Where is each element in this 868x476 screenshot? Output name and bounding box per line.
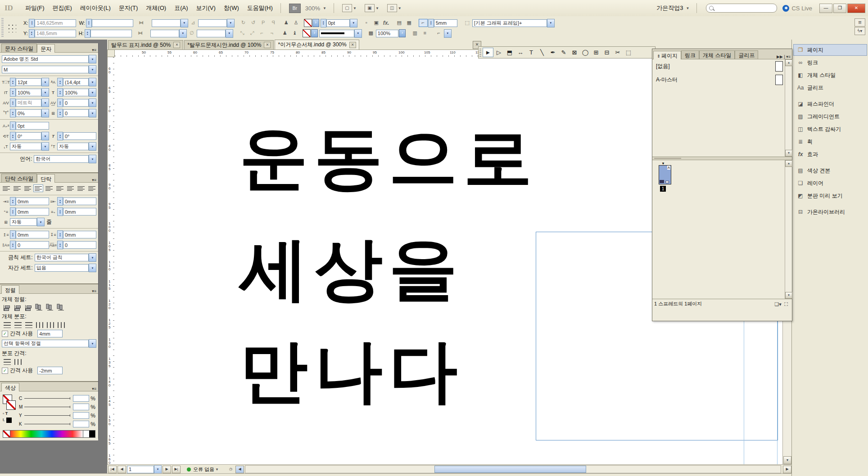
- new-spread-icon[interactable]: ❏▾: [774, 301, 782, 308]
- font-size-field[interactable]: 12pt: [16, 78, 41, 86]
- scale-x-field[interactable]: [152, 19, 181, 27]
- restore-button[interactable]: ❐: [833, 4, 846, 13]
- pages-panel-tab[interactable]: 링크: [681, 50, 699, 59]
- grid-mode-dropdown[interactable]: [37, 218, 45, 226]
- scale-y-field[interactable]: [150, 30, 179, 37]
- h-stepper[interactable]: [85, 29, 90, 38]
- dock-item-개체 스타일[interactable]: ◧개체 스타일: [793, 69, 867, 81]
- pages-panel-tab[interactable]: 개체 스타일: [699, 50, 735, 59]
- horizontal-scale-dropdown[interactable]: [89, 88, 96, 97]
- dropcap-lines-stepper[interactable]: [10, 241, 16, 249]
- reference-point-proxy[interactable]: [6, 22, 16, 32]
- frame-options-icon[interactable]: ≡: [420, 29, 429, 37]
- next-page-button[interactable]: ▶: [163, 466, 171, 473]
- grid-jidori-stepper[interactable]: [57, 109, 63, 117]
- language-dropdown[interactable]: [89, 155, 96, 163]
- corner-radius-stepper[interactable]: [428, 19, 434, 27]
- dropcap-chars-stepper[interactable]: [57, 241, 63, 249]
- tracking-dropdown[interactable]: [89, 99, 96, 107]
- quick-apply-icon[interactable]: ϟ▾: [854, 27, 865, 35]
- rotation-dropdown[interactable]: [227, 19, 235, 27]
- direct-selection-tool[interactable]: ▷: [493, 48, 504, 57]
- page-thumbnail[interactable]: A: [659, 165, 671, 184]
- align-vertical-centers-icon[interactable]: [46, 305, 54, 311]
- black-swatch[interactable]: [89, 431, 95, 437]
- distribute-top-icon[interactable]: [4, 322, 11, 328]
- tracking-field[interactable]: 0: [63, 99, 89, 107]
- character-rotation-field[interactable]: 0°: [16, 132, 41, 140]
- tab-character[interactable]: 문자: [37, 44, 55, 53]
- delete-page-icon[interactable]: ⛶: [782, 301, 790, 308]
- pages-panel-tab[interactable]: 글리프: [735, 50, 758, 59]
- stroke-weight-stepper[interactable]: [321, 19, 326, 27]
- free-transform-tool[interactable]: ⬚: [623, 48, 634, 57]
- masters-scrollbar[interactable]: ▲ ▼: [785, 59, 792, 157]
- pencil-tool[interactable]: ✎: [558, 48, 569, 57]
- rotation-angle-field[interactable]: [198, 19, 227, 27]
- last-line-indent-field[interactable]: 0mm: [63, 208, 96, 216]
- page-number-field[interactable]: 1: [127, 466, 154, 473]
- align-toward-spine-icon[interactable]: [76, 184, 86, 192]
- tatechuyoko-select[interactable]: 자동: [57, 143, 89, 150]
- object-style-dropdown[interactable]: [547, 19, 555, 27]
- last-color-swatch[interactable]: t.: [3, 418, 18, 423]
- align-top-edges-icon[interactable]: [36, 305, 44, 311]
- screen-mode-button[interactable]: ▣: [365, 4, 375, 12]
- channel-value-field[interactable]: [73, 404, 89, 410]
- align-to-select[interactable]: 선택 항목에 정렬: [2, 340, 89, 347]
- selection-tool[interactable]: ►: [483, 48, 493, 57]
- search-input[interactable]: [706, 4, 777, 13]
- corner-options-icon[interactable]: ⌐: [419, 19, 428, 27]
- menu-item[interactable]: 도움말(H): [243, 3, 277, 13]
- ellipse-tool[interactable]: ◯: [580, 48, 591, 57]
- scissors-tool[interactable]: ✂: [612, 48, 623, 57]
- type-tool[interactable]: T: [526, 48, 537, 57]
- right-indent-stepper[interactable]: [57, 197, 63, 206]
- fit-frame-icon[interactable]: ⌐: [258, 29, 267, 37]
- canvas-text-line[interactable]: 만나다: [240, 335, 464, 407]
- scroll-down-icon[interactable]: ▼: [783, 456, 791, 464]
- opacity-field[interactable]: 100%: [376, 30, 398, 37]
- flip-icons[interactable]: ⤡: [238, 29, 247, 37]
- justify-all-icon[interactable]: [66, 184, 76, 192]
- distribute-bottom-icon[interactable]: [25, 322, 32, 328]
- kerning-stepper[interactable]: [10, 99, 16, 107]
- drop-shadow-icon[interactable]: ▣: [372, 19, 381, 27]
- table-tool[interactable]: ⊟: [601, 48, 612, 57]
- dropcap-lines-field[interactable]: 0: [16, 241, 49, 249]
- grid-jidori-field[interactable]: 0: [63, 109, 89, 117]
- last-line-indent-stepper[interactable]: [57, 207, 63, 216]
- vertical-scale-dropdown[interactable]: [41, 88, 49, 97]
- horizontal-scroll-thumb[interactable]: [434, 466, 586, 473]
- zoom-level-select[interactable]: 300%: [305, 5, 320, 12]
- dock-item-효과[interactable]: fx효과: [793, 148, 867, 160]
- master-page-row[interactable]: [없음]: [652, 59, 792, 73]
- panel-grip[interactable]: [479, 49, 481, 57]
- dock-item-그레이디언트[interactable]: ▨그레이디언트: [793, 111, 867, 122]
- fill-structure-icon[interactable]: ♟: [280, 29, 289, 37]
- w-stepper[interactable]: [86, 19, 92, 27]
- horizontal-scrollbar[interactable]: [245, 465, 781, 473]
- skew-stepper[interactable]: [57, 132, 63, 140]
- pages-scrollbar[interactable]: ▲ ▼: [785, 160, 792, 299]
- stroke-apply-icon[interactable]: ›: [312, 19, 319, 27]
- menu-item[interactable]: 창(W): [220, 3, 243, 13]
- align-right-icon[interactable]: [23, 184, 33, 192]
- control-panel-menu-icon[interactable]: ≣: [854, 18, 865, 27]
- none-swatch[interactable]: [3, 431, 10, 437]
- channel-slider[interactable]: [24, 424, 70, 424]
- stroke-type-dropdown[interactable]: [354, 29, 362, 38]
- first-line-indent-field[interactable]: 0mm: [16, 208, 49, 216]
- object-style-icon[interactable]: ⬚: [463, 19, 472, 27]
- skew-field[interactable]: 0°: [63, 132, 96, 140]
- leading-stepper[interactable]: [57, 78, 63, 86]
- font-style-select[interactable]: M: [2, 66, 89, 73]
- tracking-stepper[interactable]: [57, 99, 63, 107]
- fx-menu[interactable]: fx.: [383, 20, 389, 26]
- horizontal-scale-field[interactable]: 100%: [63, 89, 89, 96]
- leading-field[interactable]: (14,4pt: [63, 78, 89, 86]
- menu-item[interactable]: 보기(V): [192, 3, 219, 13]
- align-left-icon[interactable]: [1, 184, 11, 192]
- panel-menu-icon[interactable]: ▶▶ | ▾≡: [777, 54, 791, 59]
- mojikumi-select[interactable]: 없음: [35, 264, 89, 272]
